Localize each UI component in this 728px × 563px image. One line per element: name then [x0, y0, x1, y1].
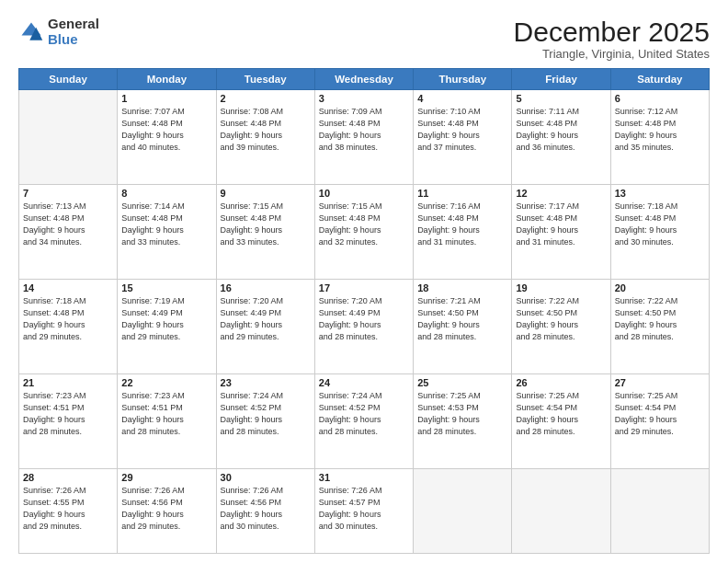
day-number: 30 [221, 472, 311, 483]
weekday-header-row: SundayMondayTuesdayWednesdayThursdayFrid… [19, 69, 710, 90]
day-info: Sunrise: 7:15 AMSunset: 4:48 PMDaylight:… [319, 201, 409, 248]
logo-icon [18, 19, 44, 45]
calendar-cell: 21Sunrise: 7:23 AMSunset: 4:51 PMDayligh… [19, 374, 118, 469]
logo-text: General Blue [48, 17, 99, 47]
day-info: Sunrise: 7:20 AMSunset: 4:49 PMDaylight:… [221, 295, 311, 343]
calendar-cell: 10Sunrise: 7:15 AMSunset: 4:48 PMDayligh… [314, 185, 413, 280]
calendar-cell: 19Sunrise: 7:22 AMSunset: 4:50 PMDayligh… [512, 280, 610, 374]
day-info: Sunrise: 7:25 AMSunset: 4:53 PMDaylight:… [417, 390, 507, 438]
calendar-cell: 7Sunrise: 7:13 AMSunset: 4:48 PMDaylight… [19, 185, 118, 280]
calendar-cell: 9Sunrise: 7:15 AMSunset: 4:48 PMDaylight… [216, 185, 314, 280]
weekday-header: Wednesday [314, 69, 413, 90]
calendar-cell: 5Sunrise: 7:11 AMSunset: 4:48 PMDaylight… [512, 90, 610, 185]
header: General Blue December 2025 Triangle, Vir… [18, 17, 710, 61]
weekday-header: Tuesday [216, 69, 314, 90]
logo-blue: Blue [48, 32, 99, 48]
day-number: 17 [319, 282, 409, 293]
day-number: 31 [319, 472, 409, 483]
calendar-row: 14Sunrise: 7:18 AMSunset: 4:48 PMDayligh… [19, 280, 710, 374]
day-number: 11 [417, 188, 507, 199]
day-info: Sunrise: 7:09 AMSunset: 4:48 PMDaylight:… [319, 106, 409, 154]
day-number: 25 [417, 377, 507, 388]
weekday-header: Monday [118, 69, 216, 90]
day-number: 18 [417, 282, 507, 293]
day-number: 24 [319, 377, 409, 388]
day-number: 6 [615, 93, 705, 104]
day-info: Sunrise: 7:21 AMSunset: 4:50 PMDaylight:… [417, 295, 507, 343]
day-number: 10 [319, 188, 409, 199]
calendar-cell: 14Sunrise: 7:18 AMSunset: 4:48 PMDayligh… [19, 280, 118, 374]
day-number: 12 [516, 188, 606, 199]
day-info: Sunrise: 7:13 AMSunset: 4:48 PMDaylight:… [23, 201, 113, 248]
weekday-header: Friday [512, 69, 610, 90]
day-info: Sunrise: 7:18 AMSunset: 4:48 PMDaylight:… [615, 201, 705, 248]
calendar-cell: 22Sunrise: 7:23 AMSunset: 4:51 PMDayligh… [118, 374, 216, 469]
calendar-cell: 12Sunrise: 7:17 AMSunset: 4:48 PMDayligh… [512, 185, 610, 280]
day-info: Sunrise: 7:18 AMSunset: 4:48 PMDaylight:… [23, 295, 113, 343]
day-info: Sunrise: 7:23 AMSunset: 4:51 PMDaylight:… [121, 390, 211, 438]
calendar-cell: 16Sunrise: 7:20 AMSunset: 4:49 PMDayligh… [216, 280, 314, 374]
day-number: 9 [221, 188, 311, 199]
calendar-row: 21Sunrise: 7:23 AMSunset: 4:51 PMDayligh… [19, 374, 710, 469]
day-number: 26 [516, 377, 606, 388]
calendar-cell: 26Sunrise: 7:25 AMSunset: 4:54 PMDayligh… [512, 374, 610, 469]
day-number: 27 [615, 377, 705, 388]
day-info: Sunrise: 7:23 AMSunset: 4:51 PMDaylight:… [23, 390, 113, 438]
calendar-cell: 31Sunrise: 7:26 AMSunset: 4:57 PMDayligh… [314, 469, 413, 554]
page: General Blue December 2025 Triangle, Vir… [0, 0, 728, 563]
calendar-cell: 1Sunrise: 7:07 AMSunset: 4:48 PMDaylight… [118, 90, 216, 185]
day-info: Sunrise: 7:26 AMSunset: 4:57 PMDaylight:… [319, 485, 409, 533]
calendar-cell [610, 469, 709, 554]
day-info: Sunrise: 7:25 AMSunset: 4:54 PMDaylight:… [615, 390, 705, 438]
location: Triangle, Virginia, United States [514, 47, 710, 61]
calendar-row: 1Sunrise: 7:07 AMSunset: 4:48 PMDaylight… [19, 90, 710, 185]
day-info: Sunrise: 7:20 AMSunset: 4:49 PMDaylight:… [319, 295, 409, 343]
logo-general: General [48, 17, 99, 32]
day-info: Sunrise: 7:08 AMSunset: 4:48 PMDaylight:… [221, 106, 311, 154]
day-info: Sunrise: 7:24 AMSunset: 4:52 PMDaylight:… [319, 390, 409, 438]
calendar-cell: 3Sunrise: 7:09 AMSunset: 4:48 PMDaylight… [314, 90, 413, 185]
day-number: 23 [221, 377, 311, 388]
calendar-cell: 6Sunrise: 7:12 AMSunset: 4:48 PMDaylight… [610, 90, 709, 185]
calendar: SundayMondayTuesdayWednesdayThursdayFrid… [18, 68, 710, 554]
calendar-cell: 17Sunrise: 7:20 AMSunset: 4:49 PMDayligh… [314, 280, 413, 374]
day-number: 19 [516, 282, 606, 293]
calendar-cell: 2Sunrise: 7:08 AMSunset: 4:48 PMDaylight… [216, 90, 314, 185]
calendar-cell: 4Sunrise: 7:10 AMSunset: 4:48 PMDaylight… [414, 90, 512, 185]
day-number: 20 [615, 282, 705, 293]
calendar-cell: 29Sunrise: 7:26 AMSunset: 4:56 PMDayligh… [118, 469, 216, 554]
calendar-cell [19, 90, 118, 185]
day-number: 7 [23, 188, 113, 199]
calendar-cell: 8Sunrise: 7:14 AMSunset: 4:48 PMDaylight… [118, 185, 216, 280]
day-number: 22 [121, 377, 211, 388]
calendar-row: 28Sunrise: 7:26 AMSunset: 4:55 PMDayligh… [19, 469, 710, 554]
day-number: 2 [221, 93, 311, 104]
day-number: 15 [121, 282, 211, 293]
calendar-cell: 27Sunrise: 7:25 AMSunset: 4:54 PMDayligh… [610, 374, 709, 469]
calendar-cell: 20Sunrise: 7:22 AMSunset: 4:50 PMDayligh… [610, 280, 709, 374]
calendar-cell: 24Sunrise: 7:24 AMSunset: 4:52 PMDayligh… [314, 374, 413, 469]
calendar-row: 7Sunrise: 7:13 AMSunset: 4:48 PMDaylight… [19, 185, 710, 280]
day-info: Sunrise: 7:16 AMSunset: 4:48 PMDaylight:… [417, 201, 507, 248]
day-number: 4 [417, 93, 507, 104]
day-number: 13 [615, 188, 705, 199]
day-info: Sunrise: 7:11 AMSunset: 4:48 PMDaylight:… [516, 106, 606, 154]
day-info: Sunrise: 7:26 AMSunset: 4:56 PMDaylight:… [221, 485, 311, 533]
title-area: December 2025 Triangle, Virginia, United… [514, 17, 710, 61]
calendar-cell: 13Sunrise: 7:18 AMSunset: 4:48 PMDayligh… [610, 185, 709, 280]
day-info: Sunrise: 7:25 AMSunset: 4:54 PMDaylight:… [516, 390, 606, 438]
calendar-cell: 15Sunrise: 7:19 AMSunset: 4:49 PMDayligh… [118, 280, 216, 374]
day-number: 3 [319, 93, 409, 104]
day-number: 28 [23, 472, 113, 483]
calendar-cell: 11Sunrise: 7:16 AMSunset: 4:48 PMDayligh… [414, 185, 512, 280]
day-info: Sunrise: 7:26 AMSunset: 4:56 PMDaylight:… [121, 485, 211, 533]
day-info: Sunrise: 7:22 AMSunset: 4:50 PMDaylight:… [615, 295, 705, 343]
weekday-header: Saturday [610, 69, 709, 90]
day-number: 5 [516, 93, 606, 104]
day-number: 21 [23, 377, 113, 388]
weekday-header: Thursday [414, 69, 512, 90]
calendar-cell [512, 469, 610, 554]
day-info: Sunrise: 7:22 AMSunset: 4:50 PMDaylight:… [516, 295, 606, 343]
day-info: Sunrise: 7:14 AMSunset: 4:48 PMDaylight:… [121, 201, 211, 248]
calendar-cell: 28Sunrise: 7:26 AMSunset: 4:55 PMDayligh… [19, 469, 118, 554]
